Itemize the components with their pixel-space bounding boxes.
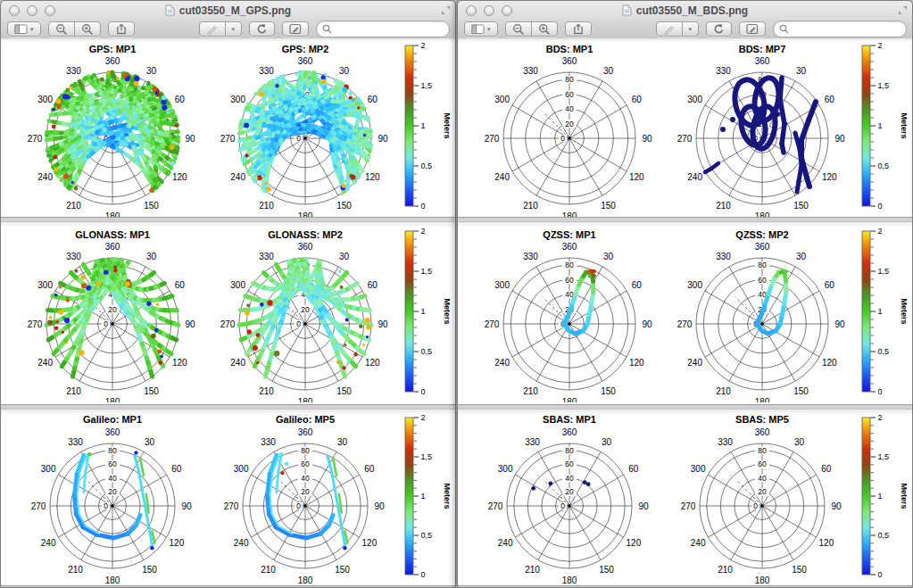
svg-text:210: 210 [68,565,83,575]
svg-text:210: 210 [66,201,81,211]
svg-text:240: 240 [498,538,513,548]
minimize-button[interactable] [484,5,494,16]
svg-text:330: 330 [718,436,733,446]
svg-text:0: 0 [560,134,565,143]
svg-text:210: 210 [716,386,731,396]
svg-text:180: 180 [105,575,120,584]
close-button[interactable] [9,5,20,16]
zoom-in-button[interactable] [74,21,101,37]
svg-text:120: 120 [629,172,644,182]
markup-button[interactable] [282,21,309,37]
highlight-dropdown-button[interactable]: ▾ [225,21,243,37]
svg-text:20: 20 [565,487,574,496]
svg-text:90: 90 [185,134,195,144]
svg-text:210: 210 [718,565,733,575]
svg-text:90: 90 [834,319,845,329]
svg-text:270: 270 [224,501,239,510]
svg-text:90: 90 [374,501,385,510]
svg-text:300: 300 [691,464,706,474]
svg-text:90: 90 [378,134,388,144]
svg-text:210: 210 [259,386,274,396]
close-button[interactable] [466,5,477,16]
zoom-window-button[interactable] [502,5,512,16]
svg-text:360: 360 [298,242,313,252]
rotate-left-icon [256,23,268,35]
title-bar[interactable]: cut03550_M_GPS.png [1,1,455,20]
sidebar-icon [471,24,486,35]
svg-text:180: 180 [755,211,770,218]
svg-text:120: 120 [172,172,187,182]
image-content: GPS: MP136030609012015018021024027030033… [1,38,455,587]
svg-text:150: 150 [336,386,352,396]
svg-text:180: 180 [562,397,577,403]
svg-text:30: 30 [796,66,807,76]
svg-text:270: 270 [220,319,236,329]
svg-text:40: 40 [108,473,117,482]
svg-text:240: 240 [37,172,53,182]
highlight-dropdown-button[interactable]: ▾ [682,21,700,37]
svg-text:20: 20 [108,487,117,496]
preview-window-gps: cut03550_M_GPS.png ▾ ▾ [0,0,456,588]
svg-text:360: 360 [755,242,770,252]
svg-text:90: 90 [181,501,192,510]
svg-text:60: 60 [301,460,310,468]
svg-text:0: 0 [421,202,426,211]
highlighter-icon [206,24,219,35]
title-bar[interactable]: cut03550_M_BDS.png [458,1,912,20]
svg-text:1,5: 1,5 [878,267,890,276]
svg-text:60: 60 [368,95,378,104]
magnifier-plus-icon [81,23,94,36]
svg-text:270: 270 [488,501,503,510]
zoom-out-button[interactable] [505,21,532,37]
svg-text:330: 330 [259,252,274,261]
sidebar-view-button[interactable]: ▾ [464,21,498,37]
highlight-button[interactable] [656,21,683,37]
zoom-out-button[interactable] [48,21,75,37]
search-field[interactable] [773,21,907,37]
markup-button[interactable] [739,21,766,37]
colorbar-meters: 21,510,50Meters [857,38,910,217]
svg-text:60: 60 [565,460,574,468]
rotate-left-button[interactable] [706,21,732,37]
chevron-down-icon: ▾ [487,26,491,32]
svg-text:0: 0 [753,501,758,510]
svg-text:300: 300 [687,280,702,290]
highlight-button[interactable] [199,21,226,37]
fullscreen-icon[interactable] [898,5,908,15]
svg-text:330: 330 [68,436,83,446]
svg-text:210: 210 [525,565,540,575]
fullscreen-icon[interactable] [441,5,451,15]
skyplot-gps-mp1: GPS: MP136030609012015018021024027030033… [4,38,205,217]
minimize-button[interactable] [27,5,37,16]
svg-text:60: 60 [108,460,117,468]
svg-text:270: 270 [677,134,693,144]
svg-text:1,5: 1,5 [421,452,433,461]
svg-text:0,5: 0,5 [878,531,890,540]
share-button[interactable] [108,21,135,37]
zoom-window-button[interactable] [45,5,55,16]
svg-text:210: 210 [261,565,276,575]
zoom-in-button[interactable] [531,21,558,37]
svg-text:210: 210 [716,201,731,211]
share-button[interactable] [565,21,592,37]
rotate-left-button[interactable] [249,21,275,37]
sidebar-view-button[interactable]: ▾ [7,21,41,37]
svg-text:20: 20 [301,305,310,314]
search-input[interactable] [793,23,901,36]
search-input[interactable] [336,23,444,36]
svg-text:GPS: MP1: GPS: MP1 [89,44,137,54]
svg-text:150: 150 [335,565,350,575]
search-field[interactable] [316,21,450,37]
svg-text:80: 80 [301,445,310,454]
svg-text:270: 270 [220,134,236,144]
preview-window-bds: cut03550_M_BDS.png ▾ ▾ [457,0,913,588]
svg-text:GLONASS: MP1: GLONASS: MP1 [75,229,150,240]
svg-text:240: 240 [494,172,510,182]
svg-text:60: 60 [632,280,643,290]
svg-text:300: 300 [230,280,245,290]
svg-text:330: 330 [716,66,731,76]
svg-text:240: 240 [41,538,56,548]
svg-text:20: 20 [301,487,310,496]
svg-text:80: 80 [758,261,767,269]
svg-text:120: 120 [629,358,644,368]
